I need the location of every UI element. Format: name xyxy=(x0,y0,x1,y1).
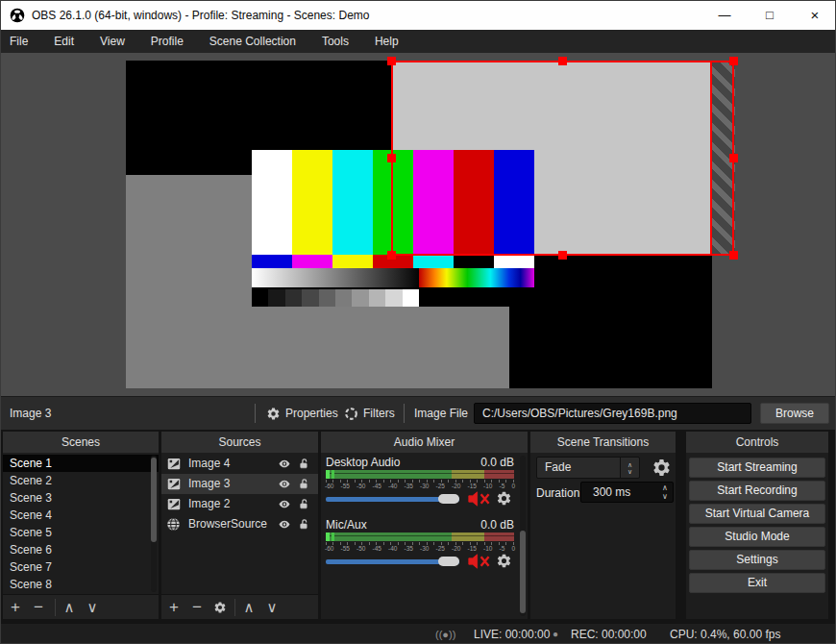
channel-gear-icon[interactable] xyxy=(496,490,512,507)
move-source-down-button[interactable]: ∨ xyxy=(263,595,281,620)
selection-bounding-box[interactable] xyxy=(391,61,734,256)
exit-button[interactable]: Exit xyxy=(689,573,825,593)
eye-icon[interactable] xyxy=(278,498,291,510)
selection-handle-top-left[interactable] xyxy=(387,57,396,65)
transitions-dock-title: Scene Transitions xyxy=(530,432,676,453)
menu-file[interactable]: File xyxy=(10,35,28,48)
source-properties-button[interactable] xyxy=(211,595,229,620)
tick-label: -55 xyxy=(341,483,350,489)
image-source-icon xyxy=(166,457,182,471)
tick-label: -30 xyxy=(420,483,429,489)
preview-area[interactable] xyxy=(1,53,835,396)
combo-arrows[interactable]: ∧ ∨ xyxy=(620,458,639,478)
sources-dock-toolbar: + − ∧ ∨ xyxy=(161,594,318,619)
remove-source-button[interactable]: − xyxy=(188,595,206,620)
add-source-button[interactable]: + xyxy=(165,595,183,620)
selection-handle-bottom-right[interactable] xyxy=(729,251,738,260)
selection-handle-top-right[interactable] xyxy=(729,57,738,65)
lock-open-icon[interactable] xyxy=(298,458,310,470)
title-bar[interactable]: OBS 26.1.0 (64-bit, windows) - Profile: … xyxy=(1,1,835,30)
properties-button[interactable]: Properties xyxy=(266,397,338,430)
filters-button[interactable]: Filters xyxy=(344,397,395,430)
tick-label: -15 xyxy=(468,545,477,552)
controls-dock: Controls Start Streaming Start Recording… xyxy=(686,432,828,619)
scenes-scrollbar[interactable] xyxy=(151,456,157,592)
menu-view[interactable]: View xyxy=(100,35,125,48)
maximize-button[interactable]: □ xyxy=(753,1,786,30)
scenes-dock-title: Scenes xyxy=(3,432,159,453)
mixer-scrollbar[interactable] xyxy=(520,456,526,616)
settings-button[interactable]: Settings xyxy=(689,550,825,570)
spinner-arrows[interactable]: ∧ ∨ xyxy=(657,483,673,502)
scenes-dock: Scenes Scene 1 Scene 2 Scene 3 Scene 4 S… xyxy=(3,432,159,619)
transition-select[interactable]: Fade ∧ ∨ xyxy=(536,457,640,479)
duration-value: 300 ms xyxy=(593,483,630,502)
scene-row[interactable]: Scene 4 xyxy=(3,507,159,524)
tick-label: -45 xyxy=(373,483,381,489)
smpte-color-gradient xyxy=(419,268,534,287)
selection-handle-bottom-left[interactable] xyxy=(387,251,396,260)
scene-row[interactable]: Scene 2 xyxy=(3,472,159,489)
minimize-button[interactable]: — xyxy=(708,1,741,30)
mute-speaker-icon[interactable] xyxy=(465,491,494,507)
menu-edit[interactable]: Edit xyxy=(54,35,74,48)
source-row-selected[interactable]: Image 3 xyxy=(161,474,318,494)
scene-transitions-dock: Scene Transitions Fade ∧ ∨ Duration 300 … xyxy=(530,432,676,619)
start-virtual-camera-button[interactable]: Start Virtual Camera xyxy=(689,504,825,524)
menu-profile[interactable]: Profile xyxy=(151,35,184,48)
properties-label: Properties xyxy=(285,407,338,420)
volume-slider-handle[interactable] xyxy=(438,494,459,504)
start-streaming-button[interactable]: Start Streaming xyxy=(689,458,825,478)
move-scene-up-button[interactable]: ∧ xyxy=(61,595,78,620)
chevron-up-icon: ∧ xyxy=(627,461,632,468)
eye-icon[interactable] xyxy=(278,518,291,531)
transition-gear-icon[interactable] xyxy=(652,458,672,478)
scene-row[interactable]: Scene 5 xyxy=(3,524,159,541)
status-bar: ((●)) LIVE: 00:00:00 ● REC: 00:00:00 CPU… xyxy=(1,624,835,644)
source-row[interactable]: BrowserSource xyxy=(161,514,318,534)
selection-handle-bottom-center[interactable] xyxy=(558,251,567,260)
eye-icon[interactable] xyxy=(278,478,291,490)
tick-label: -40 xyxy=(388,483,397,489)
channel-gear-icon[interactable] xyxy=(496,553,512,569)
start-recording-button[interactable]: Start Recording xyxy=(689,481,825,501)
selection-handle-top-center[interactable] xyxy=(558,57,567,65)
volume-slider-handle[interactable] xyxy=(438,557,459,566)
tick-label: -5 xyxy=(500,483,505,489)
duration-spinbox[interactable]: 300 ms ∧ ∨ xyxy=(580,482,674,503)
scene-row[interactable]: Scene 3 xyxy=(3,489,159,507)
eye-icon[interactable] xyxy=(278,458,291,470)
browse-button[interactable]: Browse xyxy=(760,403,829,424)
rec-timer: REC: 00:00:00 xyxy=(571,624,647,644)
selection-handle-mid-left[interactable] xyxy=(387,154,396,162)
lock-open-icon[interactable] xyxy=(298,518,310,531)
meter-scale: -60-55-50-45-40-35-30-25-20-15-10-50 xyxy=(325,483,515,489)
scenes-dock-toolbar: + − ∧ ∨ xyxy=(3,594,159,619)
image-file-input[interactable] xyxy=(474,403,751,424)
window-title: OBS 26.1.0 (64-bit, windows) - Profile: … xyxy=(32,1,369,30)
studio-mode-button[interactable]: Studio Mode xyxy=(689,527,825,547)
scene-row-selected[interactable]: Scene 1 xyxy=(3,455,159,472)
tick-label: -10 xyxy=(483,545,492,552)
scene-row[interactable]: Scene 7 xyxy=(3,558,159,576)
selection-handle-mid-right[interactable] xyxy=(729,154,738,162)
tick-label: -60 xyxy=(325,483,333,489)
scene-row[interactable]: Scene 6 xyxy=(3,541,159,558)
audio-mixer-dock-title: Audio Mixer xyxy=(321,432,528,453)
move-scene-down-button[interactable]: ∨ xyxy=(84,595,101,620)
lock-open-icon[interactable] xyxy=(298,478,310,490)
remove-scene-button[interactable]: − xyxy=(30,595,47,620)
lock-open-icon[interactable] xyxy=(298,498,310,510)
docks-area: Scenes Scene 1 Scene 2 Scene 3 Scene 4 S… xyxy=(1,430,835,624)
mute-speaker-icon[interactable] xyxy=(465,554,494,569)
record-dot-icon: ● xyxy=(553,624,558,644)
move-source-up-button[interactable]: ∧ xyxy=(240,595,258,620)
close-button[interactable]: × xyxy=(799,1,831,30)
add-scene-button[interactable]: + xyxy=(7,595,24,620)
menu-tools[interactable]: Tools xyxy=(322,35,349,48)
scene-row[interactable]: Scene 8 xyxy=(3,576,159,593)
menu-help[interactable]: Help xyxy=(375,35,399,48)
source-row[interactable]: Image 2 xyxy=(161,494,318,514)
menu-scene-collection[interactable]: Scene Collection xyxy=(209,35,296,48)
source-row[interactable]: Image 4 xyxy=(161,454,318,474)
